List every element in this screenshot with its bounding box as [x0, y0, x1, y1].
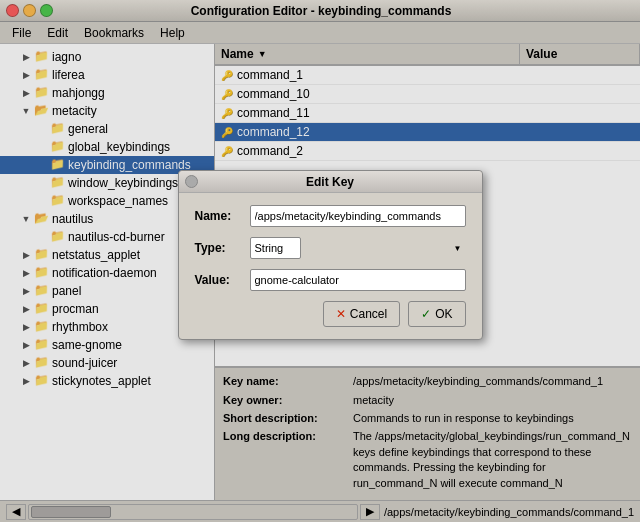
modal-buttons: ✕ Cancel ✓ OK: [195, 301, 466, 327]
value-field-row: Value:: [195, 269, 466, 291]
ok-button[interactable]: ✓ OK: [408, 301, 465, 327]
modal-close-button[interactable]: [185, 175, 198, 188]
ok-check-icon: ✓: [421, 307, 431, 321]
type-field-row: Type: String Integer Boolean Float ▼: [195, 237, 466, 259]
cancel-x-icon: ✕: [336, 307, 346, 321]
name-field-row: Name:: [195, 205, 466, 227]
modal-body: Name: Type: String Integer Boolean Float…: [179, 193, 482, 339]
modal-title: Edit Key: [198, 175, 463, 189]
value-input[interactable]: [250, 269, 466, 291]
modal-overlay: Edit Key Name: Type: String Integer Bool…: [0, 0, 640, 522]
cancel-button[interactable]: ✕ Cancel: [323, 301, 400, 327]
modal-title-bar: Edit Key: [179, 171, 482, 193]
type-label: Type:: [195, 241, 250, 255]
type-select[interactable]: String Integer Boolean Float: [250, 237, 301, 259]
select-arrow-icon: ▼: [454, 244, 462, 253]
name-input[interactable]: [250, 205, 466, 227]
name-label: Name:: [195, 209, 250, 223]
edit-key-dialog: Edit Key Name: Type: String Integer Bool…: [178, 170, 483, 340]
value-label: Value:: [195, 273, 250, 287]
type-select-wrapper: String Integer Boolean Float ▼: [250, 237, 466, 259]
